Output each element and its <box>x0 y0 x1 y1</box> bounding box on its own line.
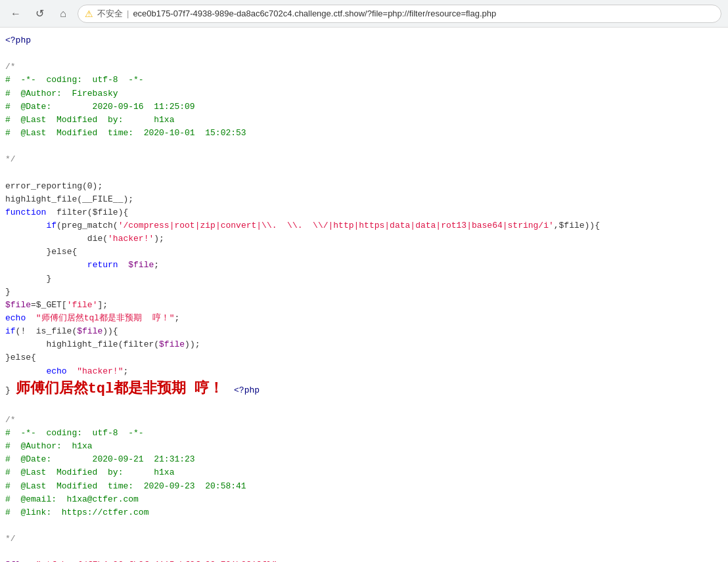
semicolon1: ; <box>154 260 159 270</box>
inner-brace-close: } <box>46 274 51 284</box>
echo-string-1: "师傅们居然tql都是非预期 哼！" <box>36 313 175 323</box>
comment-block-2-close: */ <box>5 534 16 544</box>
insecure-label: 不安全 <box>97 8 123 20</box>
comment-link: # @link: https://ctfer.com <box>5 508 148 517</box>
file-var-get: $file <box>5 300 31 310</box>
file-var-return: $file <box>128 260 154 270</box>
else-open: }else{ <box>46 247 77 257</box>
error-reporting: error_reporting(0); <box>5 181 102 191</box>
comment-coding-2: # -*- coding: utf-8 -*- <box>5 428 144 438</box>
if-close: )){ <box>102 326 118 336</box>
comment-email: # @email: h1xa@ctfer.com <box>5 494 139 504</box>
highlight-file-line: highlight_file(__FILE__); <box>5 194 133 204</box>
comment-modtime-2: # @Last Modified time: 2020-09-23 20:58:… <box>5 481 246 491</box>
comment-block-1-open: /* <box>5 62 16 72</box>
filter-func-def: filter($file){ <box>46 207 128 217</box>
else-2-open: }else{ <box>5 353 36 362</box>
code-display: <?php /* # -*- coding: utf-8 -*- # @Auth… <box>0 28 728 562</box>
url-separator: | <box>127 9 129 18</box>
back-button[interactable]: ← <box>7 5 25 23</box>
if-not-isfile: (! is_file( <box>16 326 78 336</box>
die-string: 'hacker!' <box>108 234 154 244</box>
comment-author-2: # @Author: h1xa <box>5 441 93 451</box>
highlight-filter-close: )); <box>185 339 200 349</box>
return-keyword: return <box>87 260 118 270</box>
home-button[interactable]: ⌂ <box>54 5 72 23</box>
file-assign: =$_GET[ <box>31 300 67 310</box>
comment-modtime-1: # @Last Modified time: 2020-10-01 15:02:… <box>5 128 246 138</box>
url-text: ece0b175-07f7-4938-989e-da8ac6c702c4.cha… <box>133 9 496 18</box>
if-keyword: if <box>46 221 57 230</box>
refresh-button[interactable]: ↺ <box>30 5 49 23</box>
function-keyword: function <box>5 207 46 217</box>
if-keyword-2: if <box>5 326 16 336</box>
highlight-filter-call: highlight_file(filter( <box>46 339 159 349</box>
warning-icon: ⚠ <box>85 9 93 19</box>
comment-block-1-close: */ <box>5 154 16 164</box>
file-assign-close: ]; <box>97 300 108 310</box>
file-key: 'file' <box>67 300 98 310</box>
file-var-if: $file <box>77 326 102 336</box>
comment-block-2-open: /* <box>5 415 16 425</box>
outer-brace-close: } <box>5 287 11 297</box>
preg-match-call: (preg_match( <box>57 221 118 230</box>
comment-author-1: # @Author: Firebasky <box>5 89 118 98</box>
comment-modby-1: # @Last Modified by: h1xa <box>5 115 174 125</box>
echo-keyword-2: echo <box>46 366 66 376</box>
comment-coding-1: # -*- coding: utf-8 -*- <box>5 75 144 85</box>
echo-keyword-1: echo <box>5 313 26 323</box>
file-var-highlight: $file <box>159 339 185 349</box>
echo-semi-1: ; <box>174 313 179 323</box>
comment-date-1: # @Date: 2020-09-16 11:25:09 <box>5 102 195 112</box>
die-close: ); <box>154 234 164 244</box>
address-bar[interactable]: ⚠ 不安全 | ece0b175-07f7-4938-989e-da8ac6c7… <box>78 5 721 23</box>
final-brace: } <box>5 385 11 395</box>
inline-php-tag: <?php <box>234 385 260 395</box>
php-open-tag: <?php <box>5 35 31 45</box>
big-echo-output: 师傅们居然tql都是非预期 哼！ <box>16 381 224 397</box>
die-call: die( <box>87 234 108 244</box>
echo-semi-2: ; <box>123 366 128 376</box>
echo-hacker: "hacker!" <box>77 366 123 376</box>
comment-modby-2: # @Last Modified by: h1xa <box>5 467 174 477</box>
regex-string: '/compress|root|zip|convert|\\. \\. \\/|… <box>118 221 554 230</box>
browser-chrome: ← ↺ ⌂ ⚠ 不安全 | ece0b175-07f7-4938-989e-da… <box>0 0 728 28</box>
comment-date-2: # @Date: 2020-09-21 21:31:23 <box>5 454 195 464</box>
preg-match-args: ,$file)){ <box>554 221 600 230</box>
